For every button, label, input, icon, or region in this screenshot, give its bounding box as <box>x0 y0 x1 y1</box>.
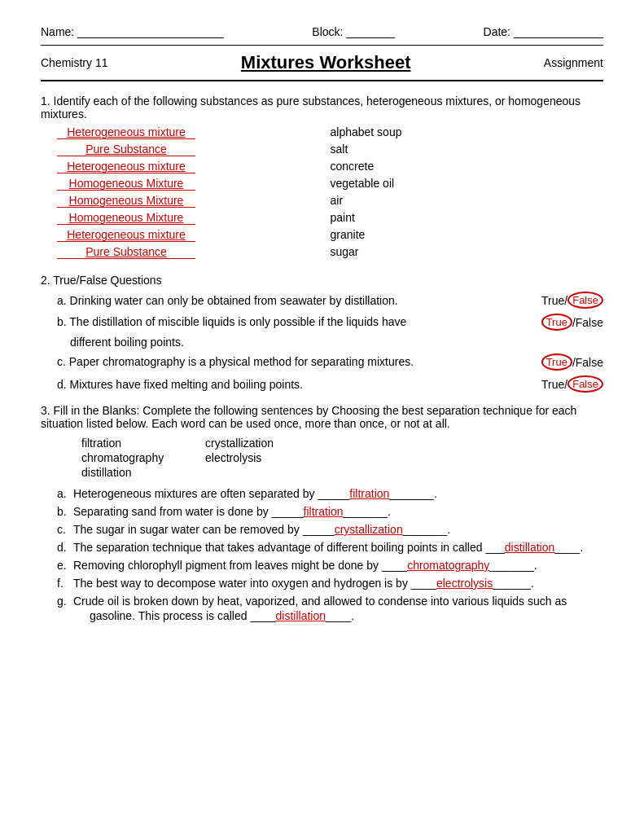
fill-sentence-0: Heterogeneous mixtures are often separat… <box>73 487 603 500</box>
tf-row-indent-1: different boiling points. <box>41 336 603 349</box>
fill-letter-5: f. <box>57 577 73 590</box>
block-field <box>346 24 395 38</box>
q1-left-5: Homogeneous Mixture <box>57 211 331 225</box>
q1-left-6: Heterogeneous mixture <box>57 228 331 242</box>
q1-substance-6: granite <box>331 228 604 242</box>
q2-rows: a. Drinking water can only be obtained f… <box>41 292 603 393</box>
fill-row-1: b.Separating sand from water is done by … <box>57 505 603 518</box>
tf-text-3: d. Mixtures have fixed melting and boili… <box>57 378 513 391</box>
header-rule2 <box>41 80 603 81</box>
fill-answer-2: crystallization <box>335 523 403 536</box>
fill-row-4: e.Removing chlorophyll pigment from leav… <box>57 559 603 572</box>
name-line: Name: <box>41 24 224 38</box>
date-line: Date: <box>484 24 603 38</box>
fill-row-2: c.The sugar in sugar water can be remove… <box>57 523 603 536</box>
fill-sentence-1: Separating sand from water is done by __… <box>73 505 603 518</box>
fill-sentence-2: The sugar in sugar water can be removed … <box>73 523 603 536</box>
tf-row-1: b. The distillation of miscible liquids … <box>41 314 603 331</box>
fill-answer-5: electrolysis <box>436 577 493 590</box>
q1-left-3: Homogeneous Mixture <box>57 177 331 191</box>
header: Name: Block: Date: Chemistry 11 Mixtures… <box>41 24 603 81</box>
q1-left-1: Pure Substance <box>57 143 331 156</box>
tf-text-0: a. Drinking water can only be obtained f… <box>57 294 513 307</box>
tf-false-2: False <box>576 356 603 369</box>
tf-row-2: c. Paper chromatography is a physical me… <box>41 353 603 371</box>
fill-row-cont-6: gasoline. This process is called ____dis… <box>57 609 603 622</box>
fill-answer-0: filtration <box>349 487 389 500</box>
q1-left-4: Homogeneous Mixture <box>57 194 331 208</box>
tf-answer-0: True/False <box>541 292 603 309</box>
q1-answer-7: Pure Substance <box>57 245 195 259</box>
fill-sentence-4: Removing chlorophyll pigment from leaves… <box>73 559 603 572</box>
question-1: 1. Identify each of the following substa… <box>41 94 603 259</box>
tf-answer-3: True/False <box>541 375 603 393</box>
fill-answer-3: distillation <box>505 541 554 554</box>
fill-answer-6: distillation <box>276 609 326 622</box>
q1-substance-1: salt <box>331 143 604 156</box>
q1-substance-0: alphabet soup <box>331 125 604 139</box>
question-3: 3. Fill in the Blanks: Complete the foll… <box>41 404 603 622</box>
q2-prompt: 2. True/False Questions <box>41 274 603 287</box>
tf-false-3: False <box>567 375 603 393</box>
block-line: Block: <box>312 24 395 38</box>
date-label: Date: <box>484 25 510 38</box>
q1-answer-3: Homogeneous Mixture <box>57 177 195 191</box>
name-label: Name: <box>41 25 74 38</box>
fill-sentence-cont-6: gasoline. This process is called ____dis… <box>90 609 354 622</box>
fill-row-5: f.The best way to decompose water into o… <box>57 577 603 590</box>
name-field <box>77 24 224 38</box>
fill-words: filtrationcrystallizationchromatographye… <box>81 437 603 479</box>
q1-substance-4: air <box>331 194 604 208</box>
tf-false-1: False <box>576 316 603 329</box>
header-top: Name: Block: Date: <box>41 24 603 38</box>
tf-true-3: True <box>541 378 564 391</box>
q1-grid: Heterogeneous mixturealphabet soupPure S… <box>57 125 603 259</box>
tf-answer-1: True/False <box>541 314 603 331</box>
fill-word-distillation: distillation <box>81 466 204 479</box>
q1-answer-2: Heterogeneous mixture <box>57 160 195 173</box>
q1-left-7: Pure Substance <box>57 245 331 259</box>
fill-answer-4: chromatography <box>407 559 489 572</box>
q1-answer-1: Pure Substance <box>57 143 195 156</box>
tf-true-2: True <box>541 353 572 371</box>
fill-letter-4: e. <box>57 559 73 572</box>
q1-answer-4: Homogeneous Mixture <box>57 194 195 208</box>
fill-row-3: d.The separation technique that takes ad… <box>57 541 603 554</box>
tf-true-0: True <box>541 294 564 307</box>
header-title-row: Chemistry 11 Mixtures Worksheet Assignme… <box>41 49 603 77</box>
assignment-label: Assignment <box>544 56 603 69</box>
fill-word-electrolysis: electrolysis <box>205 451 352 464</box>
q3-prompt: 3. Fill in the Blanks: Complete the foll… <box>41 404 603 430</box>
fill-sentence-3: The separation technique that takes adva… <box>73 541 603 554</box>
fill-word-crystallization: crystallization <box>205 437 352 450</box>
q1-substance-3: vegetable oil <box>331 177 604 191</box>
q1-substance-7: sugar <box>331 245 604 259</box>
fill-word- <box>205 466 352 479</box>
q1-left-0: Heterogeneous mixture <box>57 125 331 139</box>
fill-word-filtration: filtration <box>81 437 204 450</box>
date-field <box>514 24 603 38</box>
tf-text-2: c. Paper chromatography is a physical me… <box>57 355 513 368</box>
q1-substance-2: concrete <box>331 160 604 173</box>
block-label: Block: <box>312 25 343 38</box>
fill-answer-1: filtration <box>304 505 344 518</box>
fill-letter-6: g. <box>57 595 73 608</box>
tf-text-1: b. The distillation of miscible liquids … <box>57 315 513 328</box>
q1-left-2: Heterogeneous mixture <box>57 160 331 173</box>
tf-true-1: True <box>541 314 572 331</box>
q1-prompt: 1. Identify each of the following substa… <box>41 94 603 121</box>
fill-word-chromatography: chromatography <box>81 451 204 464</box>
question-2: 2. True/False Questions a. Drinking wate… <box>41 274 603 393</box>
fill-row-6: g.Crude oil is broken down by heat, vapo… <box>57 595 603 608</box>
q1-answer-6: Heterogeneous mixture <box>57 228 195 242</box>
course-label: Chemistry 11 <box>41 56 107 69</box>
tf-row-0: a. Drinking water can only be obtained f… <box>41 292 603 309</box>
q1-answer-0: Heterogeneous mixture <box>57 125 195 139</box>
fill-letter-0: a. <box>57 487 73 500</box>
fill-row-0: a.Heterogeneous mixtures are often separ… <box>57 487 603 500</box>
fill-letter-2: c. <box>57 523 73 536</box>
header-rule <box>41 45 603 46</box>
tf-row-3: d. Mixtures have fixed melting and boili… <box>41 375 603 393</box>
tf-answer-2: True/False <box>541 353 603 371</box>
fill-sentence-6: Crude oil is broken down by heat, vapori… <box>73 595 603 608</box>
